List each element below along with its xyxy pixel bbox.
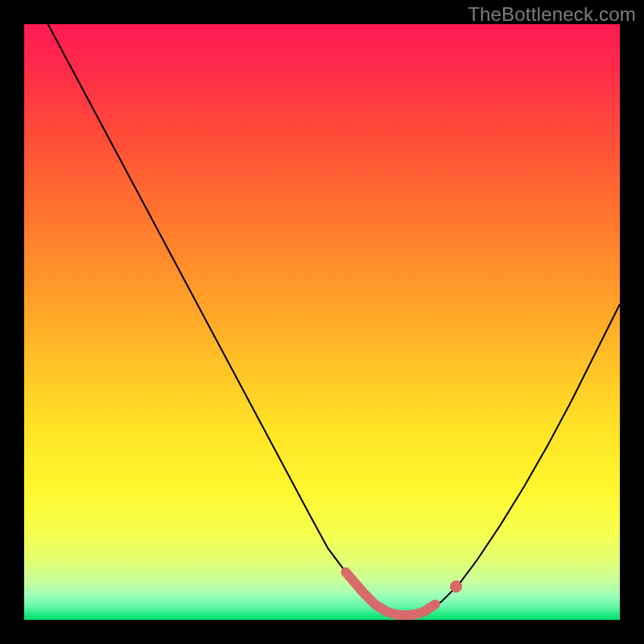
marker-right (451, 581, 462, 592)
outer-frame: TheBottleneck.com (0, 0, 644, 644)
bottleneck-chart (0, 0, 644, 644)
plot-background (24, 24, 620, 620)
